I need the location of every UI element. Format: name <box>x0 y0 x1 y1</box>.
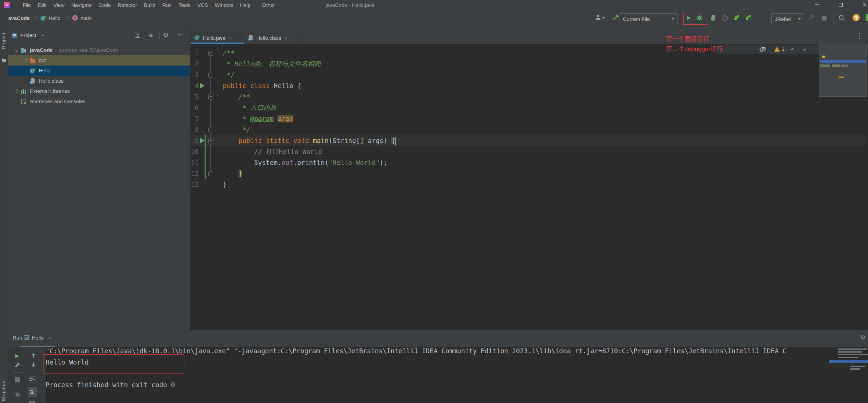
close-button[interactable]: × <box>857 0 868 10</box>
close-icon: × <box>863 1 867 9</box>
menu-tools[interactable]: Tools <box>175 2 194 8</box>
breadcrumb-project[interactable]: javaCode <box>7 15 30 21</box>
minimize-button[interactable] <box>809 0 825 10</box>
tree-row-out[interactable]: out <box>8 55 190 66</box>
jrebel-debug-icon[interactable] <box>745 14 752 21</box>
fold-marker[interactable] <box>208 171 213 176</box>
menu-file[interactable]: File <box>19 2 34 8</box>
chevron-right-icon[interactable] <box>14 89 18 93</box>
code-editor[interactable]: 1 2 3 4 5 6 7 8 9 10 11 12 13 − − − /** … <box>191 44 868 330</box>
menu-build[interactable]: Build <box>140 2 159 8</box>
run-button[interactable] <box>686 15 692 21</box>
line-number: 5 <box>178 91 199 102</box>
run-configuration-select[interactable]: Current File <box>620 13 678 24</box>
menu-bar: File Edit View Navigate Code Refactor Bu… <box>19 0 279 10</box>
partial-toolbar-icon[interactable] <box>29 401 35 403</box>
scratches-icon <box>21 99 27 104</box>
profile-user-icon[interactable] <box>595 14 601 21</box>
previous-issue-chevron-icon[interactable] <box>790 47 795 52</box>
tree-row-hello[interactable]: C Hello <box>8 66 190 76</box>
build-hammer-icon[interactable] <box>612 14 619 21</box>
run-with-coverage-icon[interactable] <box>710 14 717 21</box>
profiler-icon[interactable] <box>722 14 728 21</box>
fold-marker[interactable]: − <box>208 95 213 99</box>
project-panel-title[interactable]: Project <box>20 32 36 38</box>
fold-marker[interactable]: − <box>208 51 213 56</box>
project-stripe-button[interactable]: Project <box>1 33 6 49</box>
warning-triangle-icon[interactable] <box>774 46 780 52</box>
stop-disabled-icon[interactable] <box>15 377 20 382</box>
plugin-edge-icon[interactable] <box>866 14 868 21</box>
close-tab-icon[interactable]: × <box>285 35 288 41</box>
restore-button[interactable] <box>833 0 848 10</box>
scroll-to-end-button[interactable] <box>28 387 37 396</box>
gear-icon[interactable]: ⚙ <box>860 334 866 341</box>
chevron-down-icon[interactable] <box>14 48 18 52</box>
scroll-down-arrow-icon[interactable] <box>30 361 37 368</box>
tree-row-scratches[interactable]: Scratches and Consoles <box>8 96 190 107</box>
run-tab-label[interactable]: Hello <box>32 335 44 341</box>
tab-label: Hello.class <box>256 35 281 41</box>
svg-text:C: C <box>42 16 44 20</box>
structure-stripe-button[interactable]: Structure <box>1 380 6 401</box>
expand-all-icon[interactable] <box>135 32 141 38</box>
fold-marker[interactable] <box>208 128 213 132</box>
jrebel-configuration-select[interactable]: JRebel <box>771 13 804 24</box>
line-number: 9 <box>178 135 199 146</box>
class-file-icon: 01 <box>248 35 254 41</box>
breadcrumb-class[interactable]: Hello <box>49 15 60 21</box>
tree-label: Hello.class <box>39 76 64 86</box>
close-tab-icon[interactable]: × <box>229 35 232 41</box>
breadcrumb-method[interactable]: main <box>81 15 92 21</box>
menu-edit[interactable]: Edit <box>34 2 50 8</box>
tree-row-external-libraries[interactable]: External Libraries <box>8 86 190 96</box>
soft-wrap-icon[interactable] <box>29 375 36 382</box>
disable-highlighting-eye-icon[interactable] <box>759 46 766 53</box>
update-available-icon[interactable] <box>852 14 860 22</box>
menu-refactor[interactable]: Refactor <box>114 2 140 8</box>
next-issue-chevron-icon[interactable] <box>802 47 807 52</box>
build-disabled-hammer-icon[interactable] <box>807 14 814 21</box>
menu-code[interactable]: Code <box>95 2 114 8</box>
gear-icon[interactable]: ⚙ <box>163 32 169 39</box>
hide-panel-icon[interactable]: − <box>178 31 181 38</box>
folder-stripe-icon[interactable] <box>1 58 7 62</box>
rerun-icon[interactable] <box>14 353 20 359</box>
scroll-up-arrow-icon[interactable] <box>30 353 37 359</box>
jrebel-run-icon[interactable] <box>733 14 740 21</box>
line-number: 4 <box>178 80 199 91</box>
code-line: } <box>223 168 242 179</box>
menu-run[interactable]: Run <box>159 2 175 8</box>
run-class-gutter-icon[interactable] <box>200 83 205 88</box>
tree-row-javacode[interactable]: javaCode sources root, D:\javaCode <box>8 45 190 55</box>
search-everywhere-icon[interactable] <box>838 14 845 21</box>
tab-hello-class[interactable]: 01 Hello.class × <box>244 32 299 44</box>
debug-button[interactable] <box>696 14 703 21</box>
run-main-gutter-icon[interactable] <box>200 138 205 143</box>
fold-marker[interactable]: − <box>208 139 213 143</box>
tree-suffix: sources root, D:\javaCode <box>59 45 118 55</box>
menu-help[interactable]: Help <box>236 2 254 8</box>
edit-configuration-wrench-icon[interactable] <box>14 361 20 368</box>
code-line: System.out.println("Hello World"); <box>223 157 387 168</box>
code-minimap[interactable] <box>819 44 867 97</box>
libraries-icon <box>21 88 27 94</box>
tab-hello-java[interactable]: C Hello.java × <box>191 32 244 44</box>
chevron-down-icon <box>798 18 801 20</box>
menu-view[interactable]: View <box>50 2 68 8</box>
fold-marker[interactable] <box>208 73 213 78</box>
menu-vcs[interactable]: VCS <box>194 2 211 8</box>
console-minimap[interactable] <box>829 348 868 375</box>
stop-icon[interactable] <box>822 16 827 21</box>
tree-row-helloclass[interactable]: 01 Hello.class <box>8 76 190 86</box>
menu-other[interactable]: Other <box>259 2 279 8</box>
mute-breakpoints-icon[interactable] <box>14 391 21 398</box>
collapse-all-icon[interactable] <box>148 32 154 38</box>
close-tab-icon[interactable]: × <box>48 335 51 341</box>
editor-options-kebab-icon[interactable]: ⋮ <box>856 32 863 40</box>
chevron-right-icon[interactable] <box>23 58 27 62</box>
toolbar-divider <box>13 372 22 373</box>
toolbar-divider <box>833 13 834 23</box>
menu-window[interactable]: Window <box>211 2 236 8</box>
menu-navigate[interactable]: Navigate <box>68 2 95 8</box>
